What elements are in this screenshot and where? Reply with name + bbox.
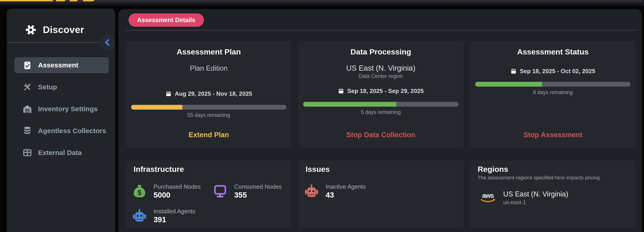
date-range: Aug 29, 2025 - Nov 18, 2025 (175, 90, 252, 97)
date-range-row: Aug 29, 2025 - Nov 18, 2025 (126, 90, 292, 97)
data-processing-card: Data Processing US East (N. Virginia) Da… (298, 41, 464, 148)
assessment-plan-card: Assessment Plan Plan Edition Aug 29, 202… (126, 41, 292, 148)
main-panel: Assessment Details Assessment Plan Plan … (118, 9, 642, 232)
days-remaining: 5 days remaining (298, 109, 464, 115)
sidebar-item-label: Inventory Settings (38, 105, 98, 113)
region-name: US East (N. Virginia) (503, 190, 568, 199)
cards-grid: Assessment Plan Plan Edition Aug 29, 202… (126, 41, 636, 229)
installed-agents-stat: Installed Agents 391 (132, 207, 196, 224)
stat-label: Purchased Nodes (154, 182, 201, 191)
sidebar-item-label: Assessment (38, 61, 78, 69)
stat-text: Purchased Nodes 5000 (154, 182, 201, 200)
sidebar-item-agentless-collectors[interactable]: Agentless Collectors (14, 123, 109, 139)
app-title: Discover (43, 24, 84, 35)
badge-label: Assessment Details (137, 17, 195, 24)
stat-text: Inactive Agents 43 (326, 182, 366, 200)
sidebar-item-assessment[interactable]: Assessment (14, 57, 109, 73)
accent-tape (0, 0, 53, 1)
regions-subtitle: The assessment regions specified here im… (478, 175, 600, 181)
card-title: Regions (478, 165, 508, 174)
region-text: US East (N. Virginia) us-east-1 (503, 190, 568, 206)
assessment-progress-fill (475, 82, 542, 86)
stop-assessment-button[interactable]: Stop Assessment (470, 131, 636, 139)
sidebar-collapse-button[interactable] (100, 35, 115, 50)
gear-icon (24, 24, 37, 36)
sidebar-header: Discover (7, 9, 115, 36)
warehouse-icon (22, 104, 32, 114)
assessment-details-badge[interactable]: Assessment Details (128, 14, 204, 27)
header-divider (126, 30, 637, 30)
tools-icon (22, 82, 32, 92)
issues-card: Issues Inactive (298, 160, 464, 229)
date-range-row: Sep 18, 2025 - Sep 29, 2025 (298, 88, 464, 94)
stat-text: Consumed Nodes 355 (234, 182, 282, 200)
collection-progress-bar (303, 102, 458, 107)
card-title: Assessment Plan (126, 48, 292, 56)
sidebar-nav: Assessment Setup (14, 57, 109, 161)
region-caption: Data Center region (298, 73, 464, 79)
window-chrome-bar (0, 0, 644, 6)
inactive-agents-stat: Inactive Agents 43 (304, 182, 366, 200)
calendar-icon (166, 91, 172, 97)
database-icon (22, 126, 32, 136)
card-title: Infrastructure (134, 165, 184, 174)
sidebar-item-external-data[interactable]: External Data (14, 145, 109, 161)
plan-progress-fill (131, 105, 182, 110)
discover-dashboard: Discover Assessment (0, 0, 644, 232)
accent-tape-stripe (56, 0, 66, 1)
stat-value: 391 (154, 215, 196, 224)
purchased-nodes-stat: $ Purchased Nodes 5000 (132, 182, 201, 200)
robot-icon (304, 184, 319, 198)
stat-label: Consumed Nodes (234, 182, 282, 191)
stat-value: 355 (234, 191, 282, 200)
clipboard-check-icon (22, 60, 32, 70)
card-title: Data Processing (298, 48, 464, 56)
sidebar-item-inventory-settings[interactable]: Inventory Settings (14, 101, 109, 117)
stat-label: Inactive Agents (326, 182, 366, 191)
aws-logo: aws (480, 191, 497, 204)
accent-tape-stripe (69, 0, 78, 1)
region-name: US East (N. Virginia) (298, 64, 464, 72)
stat-text: Installed Agents 391 (154, 207, 196, 224)
date-range: Sep 18, 2025 - Sep 29, 2025 (347, 88, 424, 94)
stat-label: Installed Agents (154, 207, 196, 215)
sidebar-divider (7, 42, 115, 43)
table-icon (22, 148, 32, 158)
money-bag-icon: $ (132, 184, 147, 198)
regions-card: Regions The assessment regions specified… (470, 160, 636, 229)
card-title: Assessment Status (470, 48, 636, 56)
days-remaining: 8 days remaining (470, 89, 636, 96)
monitor-icon (213, 184, 228, 198)
sidebar-item-setup[interactable]: Setup (14, 79, 109, 95)
days-remaining: 55 days remaining (126, 112, 292, 118)
plan-progress-bar (131, 105, 286, 110)
calendar-icon (338, 88, 344, 94)
stat-value: 5000 (154, 191, 201, 200)
assessment-progress-bar (475, 82, 630, 86)
accent-tape-stripe (82, 0, 94, 1)
region-code: us-east-1 (503, 199, 568, 206)
consumed-nodes-stat: Consumed Nodes 355 (213, 182, 282, 200)
chevron-left-icon (103, 38, 112, 47)
date-range: Sep 18, 2025 - Oct 02, 2025 (520, 68, 595, 75)
sidebar-item-label: Agentless Collectors (38, 127, 106, 135)
plan-edition-label: Plan Edition (126, 64, 292, 72)
robot-icon (132, 208, 147, 223)
svg-text:$: $ (138, 189, 141, 196)
stat-value: 43 (326, 191, 366, 200)
stop-data-collection-button[interactable]: Stop Data Collection (298, 131, 464, 139)
sidebar-item-label: External Data (38, 149, 82, 156)
extend-plan-button[interactable]: Extend Plan (126, 131, 292, 139)
card-title: Issues (306, 165, 330, 174)
calendar-icon (510, 68, 516, 74)
region-list-item: aws US East (N. Virginia) us-east-1 (480, 190, 568, 206)
collection-progress-fill (303, 102, 396, 107)
infrastructure-card: Infrastructure $ Purchased Nodes 5000 (126, 160, 292, 229)
svg-text:aws: aws (482, 192, 494, 199)
assessment-status-card: Assessment Status Sep 18, 2025 - Oct 02,… (470, 41, 636, 148)
date-range-row: Sep 18, 2025 - Oct 02, 2025 (470, 68, 636, 75)
sidebar-item-label: Setup (38, 83, 57, 91)
sidebar: Discover Assessment (7, 9, 115, 232)
